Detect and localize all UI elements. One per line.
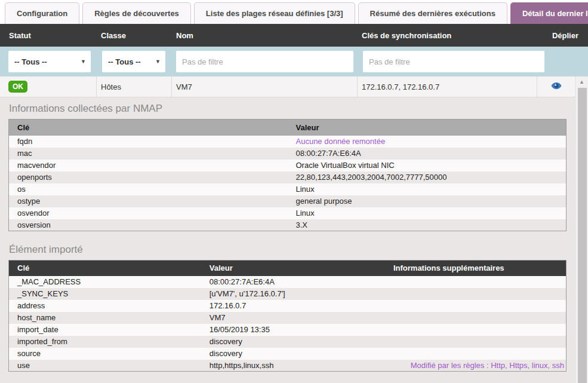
table-row: os Linux xyxy=(9,183,567,195)
row-key: os xyxy=(9,183,288,195)
row-value: discovery xyxy=(201,348,385,360)
row-key: _MAC_ADDRESS xyxy=(9,276,201,288)
row-value: 172.16.0.7 xyxy=(201,300,385,312)
row-value: Aucune donnée remontée xyxy=(288,136,567,148)
row-info xyxy=(385,348,567,360)
import-col-key: Clé xyxy=(9,261,201,276)
row-key: osvendor xyxy=(9,207,288,219)
imported-section-title: Élément importé xyxy=(9,244,567,256)
column-header-status: Statut xyxy=(0,31,97,40)
row-key: ostype xyxy=(9,195,288,207)
status-badge: OK xyxy=(8,81,27,93)
import-col-info: Informations supplémentaires xyxy=(385,261,567,276)
tab-last-executions-summary[interactable]: Résumé des dernières exécutions xyxy=(358,2,507,24)
row-key: osversion xyxy=(9,219,288,231)
row-info xyxy=(385,276,567,288)
row-value: Linux xyxy=(288,183,567,195)
imported-element-table: Clé Valeur Informations supplémentaires … xyxy=(8,260,567,372)
result-sync-keys-cell: 172.16.0.7, 172.16.0.7 xyxy=(358,76,537,97)
row-key: source xyxy=(9,348,201,360)
table-header-row: Clé Valeur xyxy=(9,120,567,136)
column-header-name: Nom xyxy=(172,31,358,40)
eye-icon xyxy=(551,82,562,91)
nmap-col-value: Valeur xyxy=(288,120,567,136)
row-key: fqdn xyxy=(9,136,288,148)
row-value: 08:00:27:7A:E6:4A xyxy=(288,148,567,160)
nmap-info-table: Clé Valeur fqdn Aucune donnée remontée m… xyxy=(8,119,567,231)
row-value: http,https,linux,ssh xyxy=(201,360,385,372)
table-row: osversion 3.X xyxy=(9,219,567,231)
row-value: Oracle VirtualBox virtual NIC xyxy=(288,160,567,171)
table-row: address 172.16.0.7 xyxy=(9,300,567,312)
table-row: mac 08:00:27:7A:E6:4A xyxy=(9,148,567,160)
row-value: 16/05/2019 13:35 xyxy=(201,324,385,336)
column-header-class: Classe xyxy=(97,31,172,40)
row-info-rules: Modifié par les règles : Http, Https, li… xyxy=(385,360,567,372)
row-key: macvendor xyxy=(9,160,288,171)
sync-keys-filter-input[interactable] xyxy=(363,51,544,72)
table-row: source discovery xyxy=(9,348,567,360)
table-row: ostype general purpose xyxy=(9,195,567,207)
result-name-cell: VM7 xyxy=(172,76,358,97)
row-value: discovery xyxy=(201,336,385,348)
table-row: _MAC_ADDRESS 08:00:27:7A:E6:4A xyxy=(9,276,567,288)
result-row: OK Hôtes VM7 172.16.0.7, 172.16.0.7 xyxy=(0,76,575,97)
results-header-row: Statut Classe Nom Clés de synchronisatio… xyxy=(0,24,588,47)
row-key: address xyxy=(9,300,201,312)
table-row: host_name VM7 xyxy=(9,312,567,324)
row-info xyxy=(385,288,567,300)
row-info xyxy=(385,300,567,312)
status-filter-select-control[interactable]: -- Tous -- xyxy=(8,51,91,72)
nmap-col-key: Clé xyxy=(9,120,288,136)
tab-network-ranges[interactable]: Liste des plages réseau définies [3/3] xyxy=(194,2,355,24)
import-col-value: Valeur xyxy=(201,261,385,276)
vertical-scrollbar[interactable]: ▲ xyxy=(575,76,588,383)
nmap-section-title: Informations collectées par NMAP xyxy=(9,103,567,115)
tab-discovery-rules[interactable]: Règles de découvertes xyxy=(82,2,191,24)
class-filter-select[interactable]: -- Tous -- ▼ xyxy=(102,51,165,72)
tab-bar: Configuration Règles de découvertes List… xyxy=(0,0,588,24)
row-value: general purpose xyxy=(288,195,567,207)
table-row: import_date 16/05/2019 13:35 xyxy=(9,324,567,336)
row-key: _SYNC_KEYS xyxy=(9,288,201,300)
table-row: imported_from discovery xyxy=(9,336,567,348)
table-header-row: Clé Valeur Informations supplémentaires xyxy=(9,261,567,276)
result-class-cell: Hôtes xyxy=(97,76,172,97)
row-key: imported_from xyxy=(9,336,201,348)
row-value: 3.X xyxy=(288,219,567,231)
table-row: macvendor Oracle VirtualBox virtual NIC xyxy=(9,160,567,171)
tab-last-run-detail[interactable]: Détail du dernier lancement [6] xyxy=(510,2,588,24)
row-value: Linux xyxy=(288,207,567,219)
table-row: _SYNC_KEYS [u'VM7', u'172.16.0.7'] xyxy=(9,288,567,300)
column-header-sync-keys: Clés de synchronisation xyxy=(358,31,537,40)
row-info xyxy=(385,324,567,336)
filter-row: -- Tous -- ▼ -- Tous -- ▼ xyxy=(0,47,588,76)
row-key: host_name xyxy=(9,312,201,324)
row-value: VM7 xyxy=(201,312,385,324)
row-value: [u'VM7', u'172.16.0.7'] xyxy=(201,288,385,300)
scrollbar-thumb[interactable] xyxy=(578,88,587,383)
table-row: use http,https,linux,ssh Modifié par les… xyxy=(9,360,567,372)
row-info xyxy=(385,336,567,348)
scroll-up-icon[interactable]: ▲ xyxy=(575,76,588,87)
row-value: 22,80,123,443,2003,2004,7002,7777,50000 xyxy=(288,171,567,183)
detail-panel: Informations collectées par NMAP Clé Val… xyxy=(0,97,575,383)
table-row: osvendor Linux xyxy=(9,207,567,219)
row-key: mac xyxy=(9,148,288,160)
class-filter-select-control[interactable]: -- Tous -- xyxy=(102,51,165,72)
row-value: 08:00:27:7A:E6:4A xyxy=(201,276,385,288)
row-key: openports xyxy=(9,171,288,183)
name-filter-input[interactable] xyxy=(176,51,353,72)
row-info xyxy=(385,312,567,324)
table-row: fqdn Aucune donnée remontée xyxy=(9,136,567,148)
row-key: import_date xyxy=(9,324,201,336)
expand-row-button[interactable] xyxy=(537,76,575,97)
result-status-cell: OK xyxy=(0,76,97,97)
column-header-expand: Déplier xyxy=(537,31,588,40)
status-filter-select[interactable]: -- Tous -- ▼ xyxy=(8,51,91,72)
table-row: openports 22,80,123,443,2003,2004,7002,7… xyxy=(9,171,567,183)
row-key: use xyxy=(9,360,201,372)
tab-configuration[interactable]: Configuration xyxy=(5,2,79,24)
